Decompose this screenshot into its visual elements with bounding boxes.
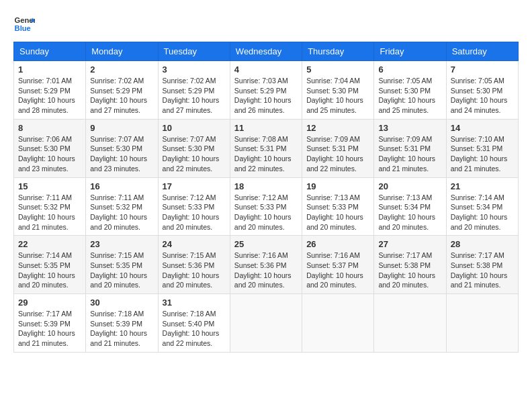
daylight-label: Daylight: 10 hours and 20 minutes. xyxy=(90,271,147,289)
daylight-label: Daylight: 10 hours and 22 minutes. xyxy=(234,154,292,173)
sunset-label: Sunset: 5:36 PM xyxy=(163,261,215,269)
cell-content: Sunrise: 7:01 AM Sunset: 5:29 PM Dayligh… xyxy=(18,76,81,116)
daylight-label: Daylight: 10 hours and 23 minutes. xyxy=(18,154,75,173)
sunrise-label: Sunrise: 7:12 AM xyxy=(234,193,288,201)
sunset-label: Sunset: 5:31 PM xyxy=(451,144,503,152)
page-header: General Blue xyxy=(13,13,519,35)
sunset-label: Sunset: 5:39 PM xyxy=(18,320,71,328)
calendar-cell xyxy=(446,294,518,353)
daylight-label: Daylight: 10 hours and 22 minutes. xyxy=(163,154,220,173)
calendar-cell: 9 Sunrise: 7:07 AM Sunset: 5:30 PM Dayli… xyxy=(86,119,158,177)
calendar-week-1: 1 Sunrise: 7:01 AM Sunset: 5:29 PM Dayli… xyxy=(14,61,519,120)
cell-content: Sunrise: 7:15 AM Sunset: 5:35 PM Dayligh… xyxy=(90,250,153,290)
day-number: 30 xyxy=(90,298,153,308)
calendar-cell: 17 Sunrise: 7:12 AM Sunset: 5:33 PM Dayl… xyxy=(158,177,230,236)
day-number: 9 xyxy=(90,123,153,133)
calendar-cell xyxy=(374,294,446,353)
daylight-label: Daylight: 10 hours and 20 minutes. xyxy=(234,213,292,231)
col-sunday: Sunday xyxy=(14,42,86,61)
cell-content: Sunrise: 7:14 AM Sunset: 5:34 PM Dayligh… xyxy=(451,193,514,232)
cell-content: Sunrise: 7:04 AM Sunset: 5:30 PM Dayligh… xyxy=(306,76,369,116)
calendar-cell: 18 Sunrise: 7:12 AM Sunset: 5:33 PM Dayl… xyxy=(230,177,302,236)
sunrise-label: Sunrise: 7:07 AM xyxy=(163,135,216,143)
sunrise-label: Sunrise: 7:02 AM xyxy=(163,77,216,85)
calendar-cell: 25 Sunrise: 7:16 AM Sunset: 5:36 PM Dayl… xyxy=(230,236,302,294)
cell-content: Sunrise: 7:10 AM Sunset: 5:31 PM Dayligh… xyxy=(451,134,514,174)
col-tuesday: Tuesday xyxy=(158,42,230,61)
sunset-label: Sunset: 5:30 PM xyxy=(451,87,503,95)
day-number: 4 xyxy=(234,64,298,75)
sunset-label: Sunset: 5:33 PM xyxy=(306,203,359,211)
daylight-label: Daylight: 10 hours and 20 minutes. xyxy=(234,271,292,289)
sunrise-label: Sunrise: 7:11 AM xyxy=(90,193,144,201)
day-number: 3 xyxy=(163,64,226,75)
day-number: 24 xyxy=(163,239,226,249)
sunrise-label: Sunrise: 7:03 AM xyxy=(234,77,288,85)
sunrise-label: Sunrise: 7:07 AM xyxy=(90,135,144,143)
sunset-label: Sunset: 5:31 PM xyxy=(306,144,359,152)
daylight-label: Daylight: 10 hours and 20 minutes. xyxy=(163,271,220,289)
daylight-label: Daylight: 10 hours and 25 minutes. xyxy=(306,96,363,114)
day-number: 10 xyxy=(163,123,226,133)
day-number: 28 xyxy=(451,239,514,249)
calendar-cell: 13 Sunrise: 7:09 AM Sunset: 5:31 PM Dayl… xyxy=(374,119,446,177)
cell-content: Sunrise: 7:18 AM Sunset: 5:39 PM Dayligh… xyxy=(90,309,153,349)
day-number: 2 xyxy=(90,64,153,75)
daylight-label: Daylight: 10 hours and 22 minutes. xyxy=(163,329,220,347)
sunset-label: Sunset: 5:33 PM xyxy=(163,203,215,211)
sunrise-label: Sunrise: 7:18 AM xyxy=(90,310,144,318)
sunrise-label: Sunrise: 7:16 AM xyxy=(306,251,360,259)
calendar-cell: 24 Sunrise: 7:15 AM Sunset: 5:36 PM Dayl… xyxy=(158,236,230,294)
cell-content: Sunrise: 7:13 AM Sunset: 5:34 PM Dayligh… xyxy=(378,193,441,232)
sunrise-label: Sunrise: 7:15 AM xyxy=(163,251,216,259)
sunrise-label: Sunrise: 7:16 AM xyxy=(234,251,288,259)
calendar-cell: 1 Sunrise: 7:01 AM Sunset: 5:29 PM Dayli… xyxy=(14,61,86,120)
daylight-label: Daylight: 10 hours and 21 minutes. xyxy=(378,154,435,173)
sunset-label: Sunset: 5:30 PM xyxy=(90,144,142,152)
daylight-label: Daylight: 10 hours and 21 minutes. xyxy=(451,271,508,289)
sunrise-label: Sunrise: 7:05 AM xyxy=(378,77,432,85)
calendar-cell: 23 Sunrise: 7:15 AM Sunset: 5:35 PM Dayl… xyxy=(86,236,158,294)
sunrise-label: Sunrise: 7:08 AM xyxy=(234,135,288,143)
day-number: 22 xyxy=(18,239,81,249)
cell-content: Sunrise: 7:07 AM Sunset: 5:30 PM Dayligh… xyxy=(163,134,226,174)
daylight-label: Daylight: 10 hours and 21 minutes. xyxy=(451,154,508,173)
sunset-label: Sunset: 5:29 PM xyxy=(163,87,215,95)
calendar-cell: 30 Sunrise: 7:18 AM Sunset: 5:39 PM Dayl… xyxy=(86,294,158,353)
day-number: 12 xyxy=(306,123,369,133)
sunrise-label: Sunrise: 7:13 AM xyxy=(306,193,360,201)
sunrise-label: Sunrise: 7:10 AM xyxy=(451,135,504,143)
daylight-label: Daylight: 10 hours and 21 minutes. xyxy=(90,329,147,347)
sunrise-label: Sunrise: 7:11 AM xyxy=(18,193,72,201)
sunset-label: Sunset: 5:37 PM xyxy=(306,261,359,269)
svg-text:Blue: Blue xyxy=(15,24,31,32)
calendar-cell: 6 Sunrise: 7:05 AM Sunset: 5:30 PM Dayli… xyxy=(374,61,446,120)
daylight-label: Daylight: 10 hours and 26 minutes. xyxy=(234,96,292,114)
cell-content: Sunrise: 7:02 AM Sunset: 5:29 PM Dayligh… xyxy=(163,76,226,116)
daylight-label: Daylight: 10 hours and 24 minutes. xyxy=(451,96,508,114)
col-monday: Monday xyxy=(86,42,158,61)
sunset-label: Sunset: 5:30 PM xyxy=(378,87,431,95)
sunrise-label: Sunrise: 7:09 AM xyxy=(378,135,432,143)
calendar-cell: 22 Sunrise: 7:14 AM Sunset: 5:35 PM Dayl… xyxy=(14,236,86,294)
sunrise-label: Sunrise: 7:06 AM xyxy=(18,135,72,143)
daylight-label: Daylight: 10 hours and 20 minutes. xyxy=(378,213,435,231)
sunset-label: Sunset: 5:35 PM xyxy=(18,261,71,269)
calendar-cell: 10 Sunrise: 7:07 AM Sunset: 5:30 PM Dayl… xyxy=(158,119,230,177)
calendar-cell: 4 Sunrise: 7:03 AM Sunset: 5:29 PM Dayli… xyxy=(230,61,302,120)
calendar-cell xyxy=(230,294,302,353)
sunrise-label: Sunrise: 7:02 AM xyxy=(90,77,144,85)
day-number: 25 xyxy=(234,239,298,249)
cell-content: Sunrise: 7:11 AM Sunset: 5:32 PM Dayligh… xyxy=(90,193,153,232)
cell-content: Sunrise: 7:12 AM Sunset: 5:33 PM Dayligh… xyxy=(234,193,298,232)
sunrise-label: Sunrise: 7:12 AM xyxy=(163,193,216,201)
daylight-label: Daylight: 10 hours and 21 minutes. xyxy=(18,329,75,347)
sunset-label: Sunset: 5:38 PM xyxy=(378,261,431,269)
sunset-label: Sunset: 5:31 PM xyxy=(378,144,431,152)
cell-content: Sunrise: 7:07 AM Sunset: 5:30 PM Dayligh… xyxy=(90,134,153,174)
sunset-label: Sunset: 5:33 PM xyxy=(234,203,287,211)
calendar-cell: 31 Sunrise: 7:18 AM Sunset: 5:40 PM Dayl… xyxy=(158,294,230,353)
calendar-cell: 21 Sunrise: 7:14 AM Sunset: 5:34 PM Dayl… xyxy=(446,177,518,236)
cell-content: Sunrise: 7:18 AM Sunset: 5:40 PM Dayligh… xyxy=(163,309,226,349)
cell-content: Sunrise: 7:06 AM Sunset: 5:30 PM Dayligh… xyxy=(18,134,81,174)
